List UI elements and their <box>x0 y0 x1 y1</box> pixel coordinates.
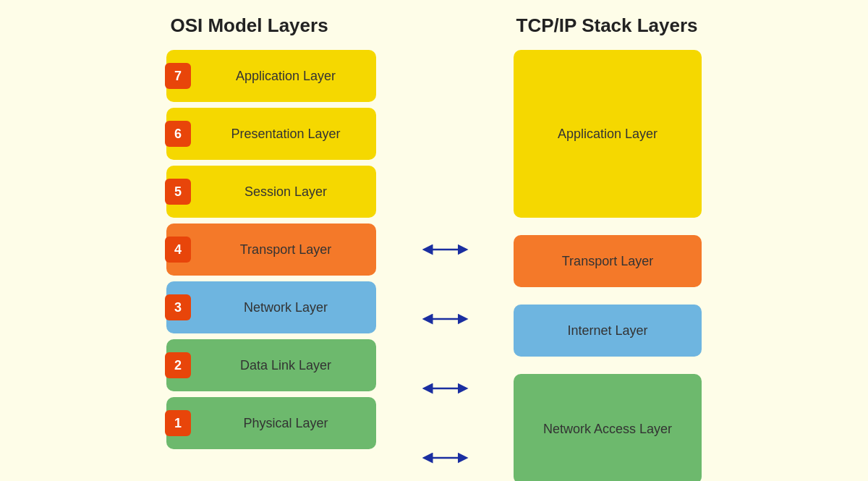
layer-number-2: 2 <box>165 352 191 378</box>
arrow-physical <box>422 432 469 481</box>
tcp-gap1 <box>514 224 702 229</box>
osi-column: 7 Application Layer 6 Presentation Layer… <box>166 50 376 449</box>
layer-box-4: Transport Layer <box>166 224 376 276</box>
tcp-column: Application Layer Transport Layer Intern… <box>514 50 702 481</box>
diagram: 7 Application Layer 6 Presentation Layer… <box>29 50 839 481</box>
osi-layer-3: 3 Network Layer <box>166 281 376 333</box>
tcp-gap3 <box>514 362 702 368</box>
layer-number-4: 4 <box>165 237 191 263</box>
layer-number-5: 5 <box>165 179 191 205</box>
layer-number-7: 7 <box>165 63 191 89</box>
layer-box-7: Application Layer <box>166 50 376 102</box>
arrow-network <box>422 293 469 345</box>
layer-box-2: Data Link Layer <box>166 339 376 391</box>
osi-layer-4: 4 Transport Layer <box>166 224 376 276</box>
osi-title: OSI Model Layers <box>170 14 328 37</box>
tcp-gap2 <box>514 293 702 299</box>
layer-box-5: Session Layer <box>166 166 376 218</box>
tcp-title: TCP/IP Stack Layers <box>516 14 698 37</box>
osi-layer-7: 7 Application Layer <box>166 50 376 102</box>
tcp-application-layer: Application Layer <box>514 50 702 218</box>
arrow-transport <box>422 224 469 276</box>
arrow-datalink <box>422 362 469 414</box>
tcp-internet-layer: Internet Layer <box>514 305 702 357</box>
layer-box-1: Physical Layer <box>166 397 376 449</box>
layer-box-6: Presentation Layer <box>166 108 376 160</box>
osi-layer-2: 2 Data Link Layer <box>166 339 376 391</box>
layer-number-1: 1 <box>165 410 191 436</box>
tcp-transport-layer: Transport Layer <box>514 235 702 287</box>
arrows-column <box>420 50 470 481</box>
layer-number-3: 3 <box>165 294 191 320</box>
osi-layer-5: 5 Session Layer <box>166 166 376 218</box>
osi-layer-1: 1 Physical Layer <box>166 397 376 449</box>
osi-layer-6: 6 Presentation Layer <box>166 108 376 160</box>
layer-box-3: Network Layer <box>166 281 376 333</box>
tcp-network-access-layer: Network Access Layer <box>514 374 702 481</box>
layer-number-6: 6 <box>165 121 191 147</box>
